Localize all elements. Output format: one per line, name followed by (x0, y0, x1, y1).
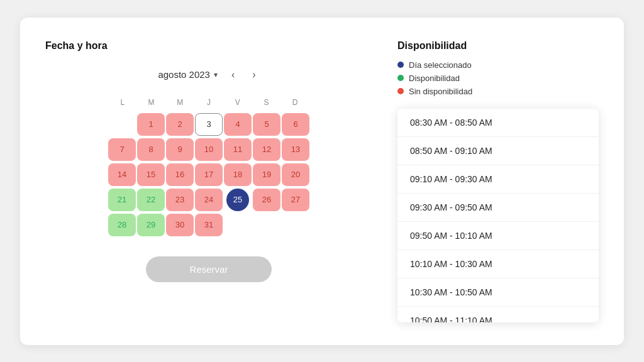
calendar-day[interactable]: 5 (253, 113, 280, 136)
calendar-day[interactable]: 18 (224, 163, 252, 186)
calendar-day[interactable]: 13 (282, 138, 309, 161)
legend-label: Disponibilidad (409, 74, 460, 83)
calendar-day[interactable]: 17 (195, 163, 223, 186)
legend-label: Sin disponibilidad (409, 87, 472, 96)
calendar-day[interactable]: 2 (166, 113, 194, 136)
calendar-day[interactable]: 31 (195, 214, 223, 236)
calendar-day[interactable]: 12 (253, 138, 280, 161)
day-header: M (137, 96, 166, 109)
main-card: Fecha y hora agosto 2023 ▾ ‹ › LMMJVSD 1… (20, 18, 624, 345)
calendar-day[interactable]: 22 (137, 189, 165, 211)
calendar-day (282, 214, 309, 236)
time-slot[interactable]: 09:10 AM - 09:30 AM (397, 165, 599, 194)
day-header: L (108, 96, 137, 109)
calendar-day[interactable]: 15 (137, 163, 165, 186)
time-slot[interactable]: 10:30 AM - 10:50 AM (397, 278, 599, 307)
calendar-day[interactable]: 3 (195, 113, 223, 136)
calendar-week: 14151617181920 (108, 163, 309, 186)
legend-dot-red (397, 88, 404, 94)
calendar-grid: LMMJVSD 12345678910111213141516171819202… (108, 96, 309, 236)
legend-item: Día seleccionado (397, 60, 599, 70)
calendar-day[interactable]: 26 (253, 189, 280, 211)
time-slot[interactable]: 09:50 AM - 10:10 AM (397, 222, 599, 250)
calendar-day[interactable]: 14 (108, 163, 136, 186)
legend-dot-green (397, 75, 404, 81)
calendar-day[interactable]: 29 (137, 214, 165, 236)
calendar-day[interactable]: 19 (253, 163, 280, 186)
legend-item: Sin disponibilidad (397, 87, 599, 96)
calendar-weeks: 1234567891011121314151617181920212223242… (108, 113, 309, 236)
day-header: V (223, 96, 252, 109)
calendar-day[interactable]: 16 (166, 163, 194, 186)
legend-item: Disponibilidad (397, 74, 599, 83)
calendar-day[interactable]: 25 (226, 189, 249, 211)
month-label: agosto 2023 (158, 69, 210, 80)
calendar-day[interactable]: 9 (166, 138, 194, 161)
day-header: D (280, 96, 309, 109)
reserve-button[interactable]: Reservar (146, 256, 272, 282)
calendar-day[interactable]: 8 (137, 138, 165, 161)
calendar-day (253, 214, 280, 236)
calendar-day[interactable]: 4 (224, 113, 252, 136)
calendar-day[interactable]: 24 (195, 189, 223, 211)
legend-dot-blue (397, 62, 404, 68)
prev-month-button[interactable]: ‹ (228, 67, 238, 83)
day-header: M (165, 96, 194, 109)
calendar-day[interactable]: 30 (166, 214, 194, 236)
time-slot[interactable]: 08:50 AM - 09:10 AM (397, 137, 599, 165)
calendar-day[interactable]: 20 (282, 163, 309, 186)
calendar-day[interactable]: 21 (108, 189, 136, 211)
calendar-week: 21222324252627 (108, 189, 309, 211)
calendar-week: 28293031 (108, 214, 309, 236)
calendar-day[interactable]: 23 (166, 189, 194, 211)
availability-panel: Disponibilidad Día seleccionadoDisponibi… (397, 40, 599, 322)
legend-label: Día seleccionado (409, 60, 472, 70)
date-time-panel: Fecha y hora agosto 2023 ▾ ‹ › LMMJVSD 1… (45, 40, 372, 322)
time-slot[interactable]: 09:30 AM - 09:50 AM (397, 194, 599, 222)
time-slot[interactable]: 10:10 AM - 10:30 AM (397, 250, 599, 278)
calendar-day[interactable]: 27 (282, 189, 309, 211)
time-slot[interactable]: 10:50 AM - 11:10 AM (397, 307, 599, 322)
month-selector[interactable]: agosto 2023 ▾ (158, 69, 218, 80)
next-month-button[interactable]: › (248, 67, 259, 83)
legend: Día seleccionadoDisponibilidadSin dispon… (397, 60, 599, 96)
day-header: J (194, 96, 223, 109)
calendar-day[interactable]: 10 (195, 138, 223, 161)
calendar-day[interactable]: 11 (224, 138, 252, 161)
time-slot[interactable]: 08:30 AM - 08:50 AM (397, 109, 599, 137)
availability-title: Disponibilidad (397, 40, 599, 52)
calendar-day[interactable]: 1 (137, 113, 165, 136)
time-slots-panel[interactable]: 08:30 AM - 08:50 AM08:50 AM - 09:10 AM09… (397, 109, 599, 322)
calendar-day (224, 214, 252, 236)
calendar-week: 123456 (108, 113, 309, 136)
calendar-day[interactable]: 7 (108, 138, 136, 161)
section-title: Fecha y hora (45, 40, 372, 52)
calendar-day (108, 113, 136, 136)
day-header: S (252, 96, 281, 109)
calendar-day[interactable]: 6 (282, 113, 309, 136)
calendar-week: 78910111213 (108, 138, 309, 161)
calendar-day[interactable]: 28 (108, 214, 136, 236)
calendar-header: agosto 2023 ▾ ‹ › (45, 67, 372, 83)
day-headers: LMMJVSD (108, 96, 309, 109)
month-dropdown-icon[interactable]: ▾ (214, 70, 218, 79)
